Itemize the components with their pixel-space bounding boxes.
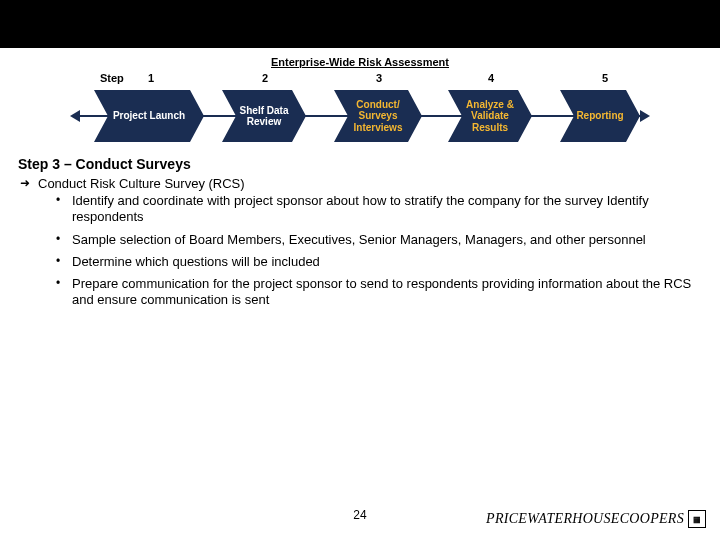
sub-bullet-item: Identify and coordinate with project spo… [46, 193, 702, 226]
logo-mark-icon: ▦ [688, 510, 706, 528]
arrow-right-icon [640, 110, 650, 122]
footer-logo: PRICEWATERHOUSECOOPERS ▦ [486, 510, 706, 528]
step-box-5: Reporting [560, 90, 640, 142]
step-box-1-label: Project Launch [113, 110, 185, 122]
bullet-list: Conduct Risk Culture Survey (RCS) Identi… [18, 176, 702, 309]
logo-text: PRICEWATERHOUSECOOPERS [486, 511, 684, 527]
sub-bullet-list: Identify and coordinate with project spo… [46, 193, 702, 309]
sub-bullet-item: Prepare communication for the project sp… [46, 276, 702, 309]
step-label: Step [100, 72, 124, 84]
sub-bullet-item: Sample selection of Board Members, Execu… [46, 232, 702, 248]
step-box-2-label: Shelf Data Review [226, 105, 302, 128]
step-box-1: Project Launch [94, 90, 204, 142]
step-number-row: Step 1 2 3 4 5 [70, 72, 650, 88]
arrow-left-icon [70, 110, 80, 122]
arrow-row: Project Launch Shelf Data Review Conduct… [70, 90, 650, 142]
step-box-3: Conduct/ Surveys Interviews [334, 90, 422, 142]
step-box-5-label: Reporting [576, 110, 623, 122]
bullet-item: Conduct Risk Culture Survey (RCS) Identi… [18, 176, 702, 309]
page-number: 24 [353, 508, 366, 522]
step-num-3: 3 [376, 72, 382, 84]
process-diagram: Enterprise-Wide Risk Assessment Step 1 2… [70, 56, 650, 142]
diagram-title: Enterprise-Wide Risk Assessment [70, 56, 650, 68]
bullet-text: Conduct Risk Culture Survey (RCS) [38, 176, 245, 191]
title-bar [0, 0, 720, 48]
step-box-2: Shelf Data Review [222, 90, 306, 142]
slide-content: Enterprise-Wide Risk Assessment Step 1 2… [0, 56, 720, 309]
section-heading: Step 3 – Conduct Surveys [18, 156, 702, 172]
step-num-2: 2 [262, 72, 268, 84]
sub-bullet-item: Determine which questions will be includ… [46, 254, 702, 270]
step-box-4: Analyze & Validate Results [448, 90, 532, 142]
step-num-5: 5 [602, 72, 608, 84]
step-box-4-label: Analyze & Validate Results [452, 99, 528, 134]
step-box-3-label: Conduct/ Surveys Interviews [338, 99, 418, 134]
step-num-4: 4 [488, 72, 494, 84]
step-num-1: 1 [148, 72, 154, 84]
